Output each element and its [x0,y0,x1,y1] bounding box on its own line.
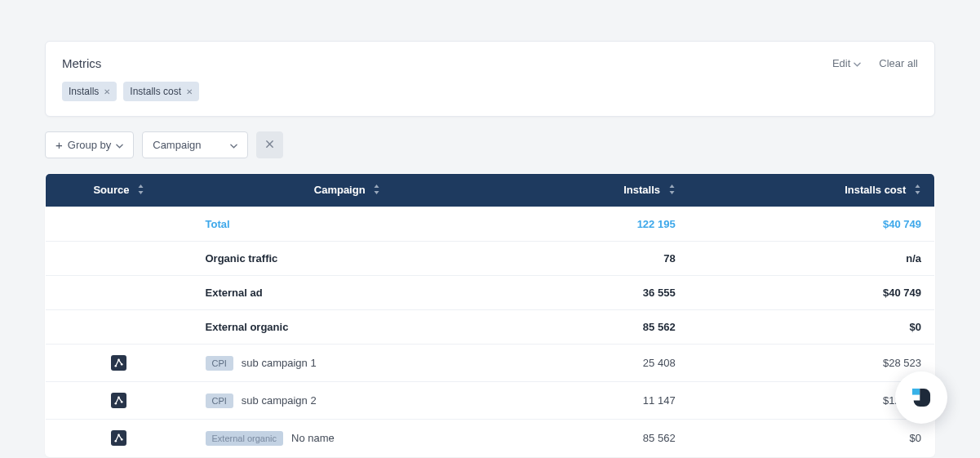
cell-source [46,276,193,310]
cell-installs-cost: $0 [689,420,935,457]
svg-point-3 [115,402,118,405]
campaign-name: Organic traffic [206,252,278,265]
svg-point-7 [118,434,120,437]
campaign-tag: CPI [206,356,233,371]
metrics-title: Metrics [62,56,101,70]
cell-installs: 122 195 [503,207,689,242]
edit-button[interactable]: Edit [832,57,861,69]
data-table: Source Campaign Installs Installs cost [45,173,935,457]
table-row[interactable]: External organicNo name85 562$0 [46,420,935,457]
cell-installs-cost: $40 749 [689,207,935,242]
remove-chip-icon[interactable]: ✕ [104,87,110,96]
cell-source [46,207,193,242]
source-icon [111,393,126,408]
svg-point-1 [118,359,120,362]
chip-label: Installs [69,86,99,97]
cell-campaign: External organicNo name [193,420,503,457]
brand-logo-icon [907,384,935,411]
cell-source [46,310,193,345]
cell-installs-cost: n/a [689,242,935,276]
header-label: Campaign [314,184,366,196]
chip-installs[interactable]: Installs ✕ [62,82,117,101]
metrics-header: Metrics Edit Clear all [62,56,918,70]
cell-installs: 36 555 [503,276,689,310]
campaign-name: External organic [206,321,289,333]
campaign-tag: CPI [206,394,233,408]
campaign-name: sub campaign 2 [242,394,317,407]
metrics-actions: Edit Clear all [832,57,918,69]
header-label: Installs cost [845,184,906,196]
campaign-name: No name [291,432,335,444]
cell-campaign: External ad [193,276,503,310]
cell-installs-cost: $28 523 [689,345,935,382]
table-row[interactable]: External organic85 562$0 [46,310,935,345]
chevron-down-icon [230,139,237,151]
svg-point-4 [118,397,120,399]
brand-fab[interactable] [895,371,947,424]
cell-source [46,242,193,276]
cell-campaign: External organic [193,310,503,345]
header-installs[interactable]: Installs [503,174,689,207]
grouping-controls: + Group by Campaign [45,131,935,158]
table-row[interactable]: Total122 195$40 749 [46,207,935,242]
group-by-label: Group by [68,139,111,151]
cell-installs: 85 562 [503,310,689,345]
cell-campaign: Total [193,207,503,242]
svg-point-5 [121,401,123,403]
source-icon [111,355,126,371]
close-icon [265,139,274,151]
table-header-row: Source Campaign Installs Installs cost [46,174,935,207]
cell-source [46,345,193,382]
svg-rect-9 [912,389,920,395]
cell-installs: 11 147 [503,382,689,420]
group-selected-value: Campaign [153,139,201,151]
cell-installs: 78 [503,242,689,276]
group-by-button[interactable]: + Group by [45,131,134,158]
campaign-name: External ad [206,287,263,299]
campaign-tag: External organic [206,431,284,446]
cell-source [46,382,193,420]
table-row[interactable]: Organic traffic78n/a [46,242,935,276]
cell-campaign: CPIsub campaign 2 [193,382,503,420]
svg-point-0 [115,365,118,367]
header-installs-cost[interactable]: Installs cost [689,174,935,207]
plus-icon: + [55,139,63,151]
remove-group-button[interactable] [256,131,283,158]
cell-installs: 25 408 [503,345,689,382]
table-row[interactable]: CPIsub campaign 211 147$12 226 [46,382,935,420]
sort-icon [373,185,380,197]
chevron-down-icon [116,139,123,151]
header-campaign[interactable]: Campaign [193,174,503,207]
metric-chips: Installs ✕ Installs cost ✕ [62,82,918,101]
sort-icon [914,185,921,197]
table-row[interactable]: External ad36 555$40 749 [46,276,935,310]
svg-point-8 [121,438,123,441]
chip-installs-cost[interactable]: Installs cost ✕ [123,82,199,101]
header-label: Installs [623,184,660,196]
cell-installs: 85 562 [503,420,689,457]
svg-point-2 [121,363,123,366]
cell-source [46,420,193,457]
table-row[interactable]: CPIsub campaign 125 408$28 523 [46,345,935,382]
edit-label: Edit [832,57,850,69]
campaign-name: sub campaign 1 [242,357,317,369]
svg-point-6 [115,440,118,442]
header-label: Source [93,184,129,196]
chevron-down-icon [854,57,861,69]
group-select[interactable]: Campaign [142,131,248,158]
cell-campaign: Organic traffic [193,242,503,276]
cell-campaign: CPIsub campaign 1 [193,345,503,382]
metrics-panel: Metrics Edit Clear all Installs ✕ Instal… [45,41,935,117]
campaign-name: Total [206,218,230,230]
sort-icon [668,185,676,197]
header-source[interactable]: Source [46,174,193,207]
cell-installs-cost: $40 749 [689,276,935,310]
clear-all-button[interactable]: Clear all [879,57,918,69]
chip-label: Installs cost [130,86,181,97]
sort-icon [137,185,144,197]
cell-installs-cost: $0 [689,310,935,345]
source-icon [111,430,126,446]
remove-chip-icon[interactable]: ✕ [186,87,193,96]
